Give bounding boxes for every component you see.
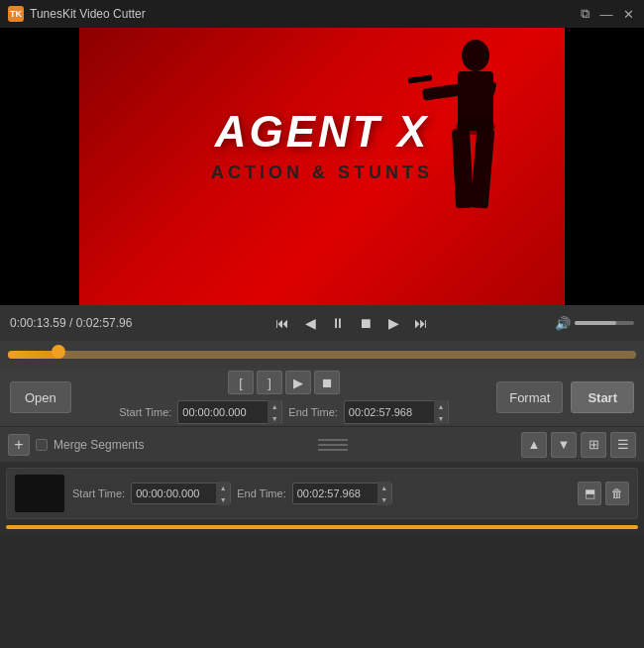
svg-point-7 [456, 119, 495, 135]
time-inputs: Start Time: ▲ ▼ End Time: ▲ ▼ [119, 400, 449, 424]
thumbnail-view-button[interactable]: ⊞ [581, 432, 606, 458]
play-button[interactable]: ▶ [381, 311, 405, 335]
seg-end-spinners: ▲ ▼ [377, 482, 391, 505]
timeline-selected-range [8, 351, 636, 359]
playback-bar: 0:00:13.59 / 0:02:57.96 ⏮ ◀ ⏸ ⏹ ▶ ⏭ 🔊 [0, 305, 644, 341]
end-time-label: End Time: [288, 406, 338, 418]
start-time-label: Start Time: [119, 406, 171, 418]
segment-timeline-bar [6, 525, 638, 529]
format-button[interactable]: Format [496, 381, 563, 413]
timeline-area[interactable] [0, 341, 644, 369]
app-icon: TK [8, 6, 24, 22]
end-time-spinners: ▲ ▼ [434, 400, 448, 424]
svg-point-0 [462, 40, 489, 71]
seg-end-time-input[interactable] [293, 487, 377, 499]
end-time-input-wrap: ▲ ▼ [344, 400, 449, 424]
skip-fwd-button[interactable]: ⏭ [409, 311, 433, 335]
svg-rect-6 [471, 128, 495, 208]
seg-start-time-input[interactable] [132, 487, 216, 499]
segment-times: Start Time: ▲ ▼ End Time: ▲ ▼ [72, 483, 570, 504]
seg-start-label: Start Time: [72, 487, 125, 499]
mark-in-button[interactable]: [ [228, 371, 254, 394]
mark-out-button[interactable]: ] [257, 371, 282, 394]
start-time-input[interactable] [178, 406, 268, 418]
seg-end-input-wrap: ▲ ▼ [292, 483, 392, 504]
playback-controls: ⏮ ◀ ⏸ ⏹ ▶ ⏭ [157, 311, 547, 335]
seg-end-label: End Time: [237, 487, 286, 499]
preview-cut-button[interactable]: ▶ [285, 371, 311, 394]
move-up-button[interactable]: ▲ [521, 432, 547, 458]
stop-button[interactable]: ⏹ [354, 311, 377, 335]
end-time-down[interactable]: ▼ [434, 412, 448, 424]
segment-export-button[interactable]: ⬒ [578, 482, 601, 505]
cutting-controls: [ ] ▶ ⏹ Start Time: ▲ ▼ End Time: ▲ ▼ [79, 371, 488, 424]
open-button[interactable]: Open [10, 381, 71, 413]
seg-end-down[interactable]: ▼ [377, 493, 391, 505]
table-row: Start Time: ▲ ▼ End Time: ▲ ▼ ⬒ 🗑 [6, 468, 638, 519]
svg-rect-5 [452, 129, 474, 209]
segment-header-actions: ▲ ▼ ⊞ ☰ [521, 432, 636, 458]
start-time-down[interactable]: ▼ [268, 412, 281, 424]
seg-start-input-wrap: ▲ ▼ [131, 483, 231, 504]
segment-delete-button[interactable]: 🗑 [605, 482, 629, 505]
pause-button[interactable]: ⏸ [326, 311, 350, 335]
figure-silhouette [386, 28, 565, 305]
segment-row-actions: ⬒ 🗑 [578, 482, 629, 505]
end-time-input[interactable] [345, 406, 434, 418]
seg-end-up[interactable]: ▲ [377, 482, 391, 493]
volume-fill [575, 321, 616, 325]
minimize-button[interactable]: — [598, 6, 614, 22]
segment-list: Start Time: ▲ ▼ End Time: ▲ ▼ ⬒ 🗑 [0, 462, 644, 535]
volume-area: 🔊 [555, 316, 634, 331]
restore-button[interactable]: ⧉ [577, 6, 592, 22]
video-bg-left [0, 28, 89, 305]
merge-checkbox[interactable] [36, 439, 48, 451]
start-time-spinners: ▲ ▼ [268, 400, 281, 424]
start-time-input-wrap: ▲ ▼ [177, 400, 282, 424]
stop-cut-button[interactable]: ⏹ [314, 371, 340, 394]
window-controls: ⧉ — ✕ [577, 6, 636, 22]
seg-start-up[interactable]: ▲ [216, 482, 230, 493]
start-time-up[interactable]: ▲ [268, 400, 281, 412]
seg-start-spinners: ▲ ▼ [216, 482, 230, 505]
timeline-track[interactable] [8, 351, 636, 359]
controls-area: Open [ ] ▶ ⏹ Start Time: ▲ ▼ End Time: ▲ [0, 369, 644, 426]
end-time-up[interactable]: ▲ [434, 400, 448, 412]
close-button[interactable]: ✕ [620, 6, 636, 22]
app-title: TunesKit Video Cutter [30, 7, 577, 21]
skip-back-button[interactable]: ◀ [298, 311, 322, 335]
move-down-button[interactable]: ▼ [551, 432, 577, 458]
cut-buttons: [ ] ▶ ⏹ [228, 371, 340, 394]
svg-rect-3 [408, 74, 433, 83]
drag-lines [318, 439, 348, 451]
add-segment-button[interactable]: + [8, 434, 30, 456]
timeline-playhead[interactable] [52, 345, 65, 359]
volume-slider[interactable] [575, 321, 634, 325]
step-back-button[interactable]: ⏮ [270, 311, 294, 335]
segment-thumbnail [15, 475, 64, 512]
video-bg-right [604, 28, 644, 305]
merge-label: Merge Segments [54, 438, 144, 452]
titlebar: TK TunesKit Video Cutter ⧉ — ✕ [0, 0, 644, 28]
segments-header: + Merge Segments ▲ ▼ ⊞ ☰ [0, 426, 644, 462]
start-button[interactable]: Start [571, 381, 634, 413]
video-preview: AGENT X ACTION & STUNTS [0, 28, 644, 305]
drag-handle [150, 439, 515, 451]
time-display: 0:00:13.59 / 0:02:57.96 [10, 316, 149, 330]
list-view-button[interactable]: ☰ [610, 432, 636, 458]
volume-icon: 🔊 [555, 316, 571, 331]
seg-start-down[interactable]: ▼ [216, 493, 230, 505]
